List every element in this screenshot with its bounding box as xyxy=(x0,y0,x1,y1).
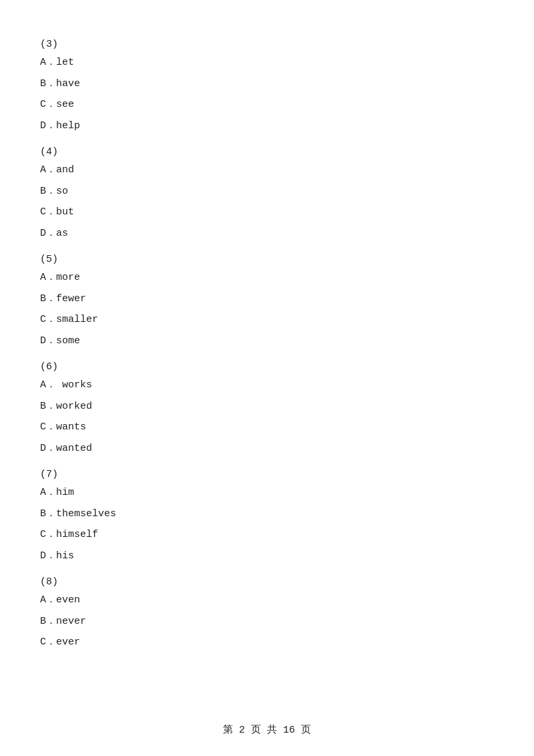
option-q2-2: C．but xyxy=(40,204,494,221)
option-q3-2: C．smaller xyxy=(40,311,494,329)
question-number-6: (8) xyxy=(40,576,494,588)
page-content: (3)A．letB．haveC．seeD．help(4)A．andB．soC．b… xyxy=(0,0,534,695)
option-q4-0: A． works xyxy=(40,377,494,394)
question-number-4: (6) xyxy=(40,361,494,373)
option-q4-3: D．wanted xyxy=(40,440,494,457)
question-number-5: (7) xyxy=(40,469,494,480)
option-q1-2: C．see xyxy=(40,96,494,114)
question-number-3: (5) xyxy=(40,254,494,265)
option-q4-2: C．wants xyxy=(40,419,494,436)
page-footer: 第 2 页 共 16 页 xyxy=(0,723,534,736)
option-q1-3: D．help xyxy=(40,118,494,135)
option-q6-2: C．ever xyxy=(40,634,494,651)
option-q2-0: A．and xyxy=(40,162,494,179)
option-q5-1: B．themselves xyxy=(40,506,494,523)
option-q1-0: A．let xyxy=(40,54,494,71)
question-number-1: (3) xyxy=(40,39,494,50)
option-q5-3: D．his xyxy=(40,548,494,565)
option-q4-1: B．worked xyxy=(40,398,494,415)
option-q3-3: D．some xyxy=(40,333,494,350)
option-q2-3: D．as xyxy=(40,225,494,242)
option-q1-1: B．have xyxy=(40,75,494,93)
option-q5-0: A．him xyxy=(40,484,494,502)
option-q6-1: B．never xyxy=(40,613,494,630)
option-q6-0: A．even xyxy=(40,592,494,609)
option-q3-0: A．more xyxy=(40,269,494,287)
question-number-2: (4) xyxy=(40,146,494,158)
option-q5-2: C．himself xyxy=(40,526,494,544)
option-q3-1: B．fewer xyxy=(40,291,494,308)
option-q2-1: B．so xyxy=(40,183,494,200)
